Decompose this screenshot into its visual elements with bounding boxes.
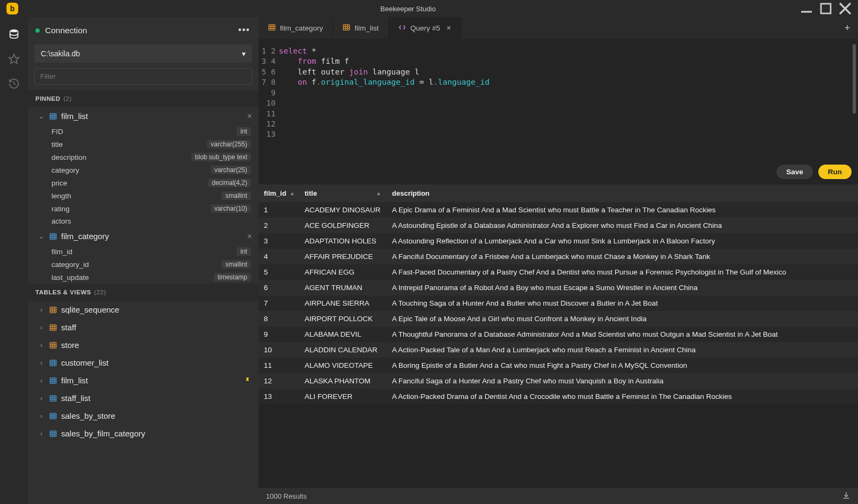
table-item-sqlite_sequence[interactable]: ›sqlite_sequence (28, 301, 258, 318)
column-description[interactable]: descriptionblob sub_type text (28, 151, 258, 164)
chevron-right-icon: › (38, 377, 45, 384)
editor-code[interactable]: select * from film f left outer join lan… (279, 39, 490, 184)
cell-film-id: 6 (258, 280, 299, 295)
table-row[interactable]: 11ALAMO VIDEOTAPEA Boring Epistle of a B… (258, 358, 858, 373)
column-last_update[interactable]: last_updatetimestamp (28, 271, 258, 284)
results-header-row: film_id▲ title▲ description (258, 184, 858, 202)
svg-rect-21 (50, 324, 56, 330)
connection-label: Connection (35, 26, 87, 35)
cell-film-id: 1 (258, 202, 299, 218)
table-row[interactable]: 12ALASKA PHANTOMA Fanciful Saga of a Hun… (258, 373, 858, 389)
unpin-button[interactable]: × (247, 232, 252, 241)
results-pane: film_id▲ title▲ description 1ACADEMY DIN… (258, 184, 858, 504)
table-row[interactable]: 8AIRPORT POLLOCKA Epic Tale of a Moose A… (258, 311, 858, 327)
cell-film-id: 2 (258, 218, 299, 233)
table-item-film_list[interactable]: ›film_list (28, 372, 258, 389)
new-tab-button[interactable]: + (837, 23, 858, 34)
column-name: description (51, 153, 86, 161)
table-icon (268, 24, 276, 33)
cell-description: A Fanciful Documentary of a Frisbee And … (387, 249, 858, 264)
tab-close-button[interactable]: × (447, 24, 451, 32)
table-row[interactable]: 13ALI FOREVERA Action-Packed Drama of a … (258, 389, 858, 404)
table-item-sales_by_film_category[interactable]: ›sales_by_film_category (28, 425, 258, 442)
table-icon (49, 306, 57, 314)
table-icon (49, 233, 57, 240)
table-item-sales_by_store[interactable]: ›sales_by_store (28, 407, 258, 425)
table-item-store[interactable]: ›store (28, 336, 258, 354)
column-film_id[interactable]: film_idint (28, 245, 258, 258)
column-header-film-id[interactable]: film_id▲ (258, 184, 299, 202)
table-row[interactable]: 4AFFAIR PREJUDICEA Fanciful Documentary … (258, 249, 858, 264)
cell-film-id: 3 (258, 233, 299, 249)
column-header-title[interactable]: title▲ (299, 184, 387, 202)
svg-rect-51 (50, 431, 56, 436)
save-button[interactable]: Save (776, 165, 813, 179)
activity-database-icon[interactable] (8, 28, 20, 41)
column-category[interactable]: categoryvarchar(25) (28, 164, 258, 176)
pinned-table-film_category[interactable]: ⌄film_category× (28, 227, 258, 245)
cell-title: AFRICAN EGG (299, 264, 387, 280)
window-close-button[interactable] (837, 1, 854, 16)
chevron-right-icon: › (38, 342, 45, 349)
column-type-badge: blob sub_type text (191, 153, 251, 161)
run-button[interactable]: Run (818, 165, 852, 179)
filter-input[interactable] (34, 68, 252, 85)
connection-menu-button[interactable]: ••• (238, 25, 250, 36)
column-category_id[interactable]: category_idsmallint (28, 258, 258, 271)
table-icon (343, 24, 350, 33)
window-maximize-button[interactable] (817, 1, 834, 16)
svg-point-4 (10, 29, 18, 33)
cell-description: A Epic Tale of a Moose And a Girl who mu… (387, 311, 858, 327)
titlebar: b Beekeeper Studio (0, 0, 858, 17)
column-FID[interactable]: FIDint (28, 125, 258, 138)
table-row[interactable]: 2ACE GOLDFINGERA Astounding Epistle of a… (258, 218, 858, 233)
table-icon (49, 377, 57, 384)
column-length[interactable]: lengthsmallint (28, 189, 258, 202)
tab-film-list[interactable]: film_list (333, 17, 389, 39)
column-actors[interactable]: actors (28, 215, 258, 227)
column-price[interactable]: pricedecimal(4,2) (28, 176, 258, 189)
column-title[interactable]: titlevarchar(255) (28, 138, 258, 151)
cell-title: ACADEMY DINOSAUR (299, 202, 387, 218)
table-row[interactable]: 6AGENT TRUMANA Intrepid Panorama of a Ro… (258, 280, 858, 295)
column-header-description[interactable]: description (387, 184, 858, 202)
editor-scrollbar[interactable] (853, 44, 856, 114)
table-item-staff[interactable]: ›staff (28, 318, 258, 336)
cell-description: A Boring Epistle of a Butler And a Cat w… (387, 358, 858, 373)
column-type-badge: varchar(25) (211, 166, 251, 174)
cell-title: ALI FOREVER (299, 389, 387, 404)
table-item-customer_list[interactable]: ›customer_list (28, 354, 258, 372)
window-minimize-button[interactable] (798, 1, 815, 16)
column-name: category_id (51, 261, 89, 269)
window-controls (798, 1, 854, 16)
activity-history-icon[interactable] (8, 77, 20, 90)
column-type-badge: int (236, 247, 251, 256)
table-row[interactable]: 10ALADDIN CALENDARA Action-Packed Tale o… (258, 342, 858, 358)
main: Connection ••• C:\sakila.db ▾ PINNED (2)… (0, 17, 858, 504)
results-body[interactable]: 1ACADEMY DINOSAURA Epic Drama of a Femin… (258, 202, 858, 488)
cell-description: A Action-Packed Tale of a Man And a Lumb… (387, 342, 858, 358)
tab-query--5[interactable]: Query #5× (389, 17, 461, 39)
table-icon (49, 430, 57, 438)
table-row[interactable]: 7AIRPLANE SIERRAA Touching Saga of a Hun… (258, 295, 858, 311)
table-row[interactable]: 9ALABAMA DEVILA Thoughtful Panorama of a… (258, 327, 858, 342)
table-name: film_category (61, 232, 109, 241)
column-type-badge: decimal(4,2) (208, 179, 251, 187)
activity-star-icon[interactable] (8, 53, 20, 65)
tab-film-category[interactable]: film_category (258, 17, 333, 39)
content-area: film_categoryfilm_listQuery #5×+ 1 2 3 4… (258, 17, 858, 504)
column-rating[interactable]: ratingvarchar(10) (28, 202, 258, 215)
table-row[interactable]: 3ADAPTATION HOLESA Astounding Reflection… (258, 233, 858, 249)
column-type-badge: smallint (221, 191, 251, 200)
table-item-staff_list[interactable]: ›staff_list (28, 389, 258, 407)
table-row[interactable]: 1ACADEMY DINOSAURA Epic Drama of a Femin… (258, 202, 858, 218)
download-button[interactable] (842, 491, 850, 501)
pinned-table-film_list[interactable]: ⌄film_list× (28, 107, 258, 125)
table-row[interactable]: 5AFRICAN EGGA Fast-Paced Documentary of … (258, 264, 858, 280)
tab-bar: film_categoryfilm_listQuery #5×+ (258, 17, 858, 39)
connection-text: Connection (45, 26, 87, 35)
unpin-button[interactable]: × (247, 112, 252, 121)
sql-editor[interactable]: 1 2 3 4 5 6 7 8 9 10 11 12 13 select * f… (258, 39, 858, 184)
table-name: staff_list (61, 394, 91, 403)
database-selector[interactable]: C:\sakila.db ▾ (34, 45, 252, 63)
